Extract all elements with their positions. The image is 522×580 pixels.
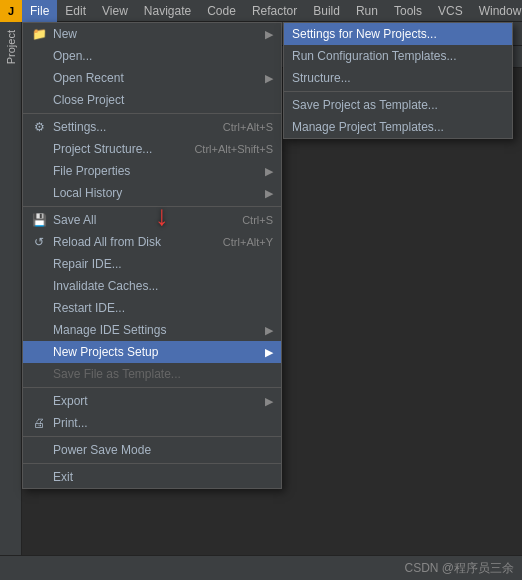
menu-item-close-project[interactable]: Close Project (23, 89, 281, 111)
menu-item-new[interactable]: 📁 New ▶ (23, 23, 281, 45)
separator-1 (23, 113, 281, 114)
new-icon: 📁 (31, 26, 47, 42)
submenu-separator-1 (284, 91, 512, 92)
manage-ide-settings-arrow: ▶ (265, 324, 273, 337)
submenu-item-settings-new-projects[interactable]: Settings for New Projects... (284, 23, 512, 45)
menu-item-save-all[interactable]: 💾 Save All Ctrl+S (23, 209, 281, 231)
repair-ide-icon (31, 256, 47, 272)
menu-item-power-save[interactable]: Power Save Mode (23, 439, 281, 461)
menu-build[interactable]: Build (305, 0, 348, 22)
menu-item-new-projects-setup[interactable]: New Projects Setup ▶ (23, 341, 281, 363)
separator-4 (23, 436, 281, 437)
project-structure-icon (31, 141, 47, 157)
menu-item-save-file-template: Save File as Template... (23, 363, 281, 385)
local-history-arrow: ▶ (265, 187, 273, 200)
submenu-new-projects-setup: Settings for New Projects... Run Configu… (283, 22, 513, 139)
menu-navigate[interactable]: Navigate (136, 0, 199, 22)
export-icon (31, 393, 47, 409)
menu-item-settings[interactable]: ⚙ Settings... Ctrl+Alt+S (23, 116, 281, 138)
file-properties-icon (31, 163, 47, 179)
file-menu: 📁 New ▶ Open... Open Recent ▶ Close Proj… (22, 22, 282, 489)
print-icon: 🖨 (31, 415, 47, 431)
menu-item-open-recent[interactable]: Open Recent ▶ (23, 67, 281, 89)
submenu-item-manage-project-templates[interactable]: Manage Project Templates... (284, 116, 512, 138)
menu-item-local-history[interactable]: Local History ▶ (23, 182, 281, 204)
menu-run[interactable]: Run (348, 0, 386, 22)
save-file-template-icon (31, 366, 47, 382)
status-watermark: CSDN @程序员三余 (404, 560, 514, 577)
restart-ide-icon (31, 300, 47, 316)
submenu-item-structure[interactable]: Structure... (284, 67, 512, 89)
menu-item-project-structure[interactable]: Project Structure... Ctrl+Alt+Shift+S (23, 138, 281, 160)
menu-item-print[interactable]: 🖨 Print... (23, 412, 281, 434)
menu-item-open[interactable]: Open... (23, 45, 281, 67)
statusbar: CSDN @程序员三余 (0, 555, 522, 580)
menu-item-repair-ide[interactable]: Repair IDE... (23, 253, 281, 275)
new-projects-setup-icon (31, 344, 47, 360)
separator-2 (23, 206, 281, 207)
menu-code[interactable]: Code (199, 0, 244, 22)
menu-item-exit[interactable]: Exit (23, 466, 281, 488)
menu-item-restart-ide[interactable]: Restart IDE... (23, 297, 281, 319)
settings-icon: ⚙ (31, 119, 47, 135)
submenu-item-save-project-template[interactable]: Save Project as Template... (284, 94, 512, 116)
menu-item-export[interactable]: Export ▶ (23, 390, 281, 412)
menu-item-file-properties[interactable]: File Properties ▶ (23, 160, 281, 182)
left-sidebar: Project (0, 22, 22, 580)
ide-logo: J (0, 0, 22, 22)
open-recent-arrow: ▶ (265, 72, 273, 85)
local-history-icon (31, 185, 47, 201)
menu-tools[interactable]: Tools (386, 0, 430, 22)
menu-item-invalidate-caches[interactable]: Invalidate Caches... (23, 275, 281, 297)
menu-refactor[interactable]: Refactor (244, 0, 305, 22)
menu-view[interactable]: View (94, 0, 136, 22)
file-props-arrow: ▶ (265, 165, 273, 178)
invalidate-caches-icon (31, 278, 47, 294)
menubar: J File Edit View Navigate Code Refactor … (0, 0, 522, 22)
open-recent-icon (31, 70, 47, 86)
separator-5 (23, 463, 281, 464)
menu-file[interactable]: File (22, 0, 57, 22)
menu-edit[interactable]: Edit (57, 0, 94, 22)
new-projects-setup-arrow: ▶ (265, 346, 273, 359)
separator-3 (23, 387, 281, 388)
menu-vcs[interactable]: VCS (430, 0, 471, 22)
export-arrow: ▶ (265, 395, 273, 408)
manage-ide-settings-icon (31, 322, 47, 338)
submenu-item-run-config-templates[interactable]: Run Configuration Templates... (284, 45, 512, 67)
reload-all-icon: ↺ (31, 234, 47, 250)
power-save-icon (31, 442, 47, 458)
menu-item-reload-all[interactable]: ↺ Reload All from Disk Ctrl+Alt+Y (23, 231, 281, 253)
sidebar-tab-project[interactable]: Project (1, 22, 21, 72)
menu-window[interactable]: Window (471, 0, 522, 22)
menu-item-manage-ide-settings[interactable]: Manage IDE Settings ▶ (23, 319, 281, 341)
exit-icon (31, 469, 47, 485)
open-icon (31, 48, 47, 64)
close-project-icon (31, 92, 47, 108)
new-arrow: ▶ (265, 28, 273, 41)
save-all-icon: 💾 (31, 212, 47, 228)
